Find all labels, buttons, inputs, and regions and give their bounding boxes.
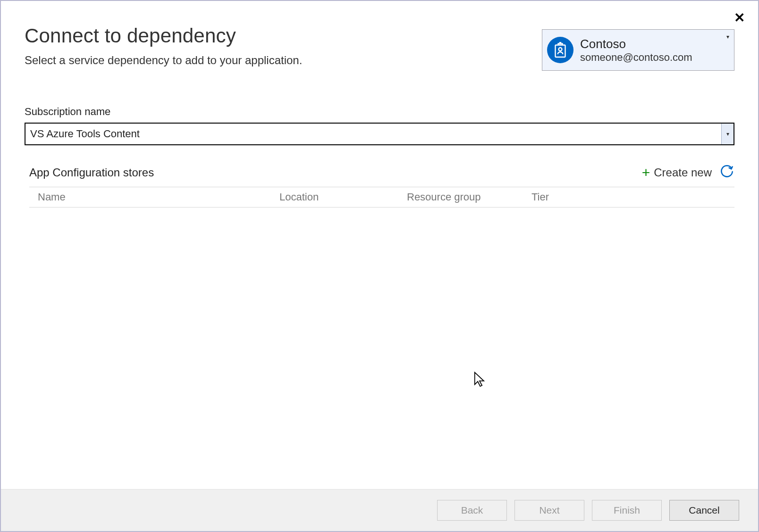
wizard-footer: Back Next Finish Cancel: [1, 489, 758, 531]
page-subtitle: Select a service dependency to add to yo…: [25, 54, 542, 67]
stores-title: App Configuration stores: [29, 166, 154, 179]
chevron-down-icon[interactable]: ▾: [721, 124, 734, 144]
account-email: someone@contoso.com: [580, 51, 725, 64]
account-switcher[interactable]: Contoso someone@contoso.com ▾: [542, 29, 734, 71]
close-button[interactable]: ✕: [734, 11, 745, 25]
create-new-button[interactable]: + Create new: [642, 166, 712, 180]
next-button[interactable]: Next: [514, 500, 584, 521]
subscription-label: Subscription name: [25, 106, 734, 118]
account-badge-icon: [547, 37, 573, 63]
create-new-label: Create new: [654, 166, 712, 179]
column-name: Name: [29, 191, 279, 203]
subscription-value: VS Azure Tools Content: [25, 124, 721, 144]
cancel-button[interactable]: Cancel: [669, 500, 739, 521]
finish-button[interactable]: Finish: [592, 500, 662, 521]
column-resource-group: Resource group: [407, 191, 531, 203]
back-button[interactable]: Back: [437, 500, 507, 521]
table-header: Name Location Resource group Tier: [29, 187, 734, 208]
svg-point-1: [559, 48, 562, 51]
page-title: Connect to dependency: [25, 25, 542, 47]
chevron-down-icon: ▾: [725, 33, 730, 41]
column-location: Location: [279, 191, 407, 203]
refresh-button[interactable]: [720, 165, 734, 180]
subscription-select[interactable]: VS Azure Tools Content ▾: [25, 123, 734, 145]
account-name: Contoso: [580, 37, 725, 51]
column-tier: Tier: [531, 191, 734, 203]
plus-icon: +: [642, 166, 650, 180]
